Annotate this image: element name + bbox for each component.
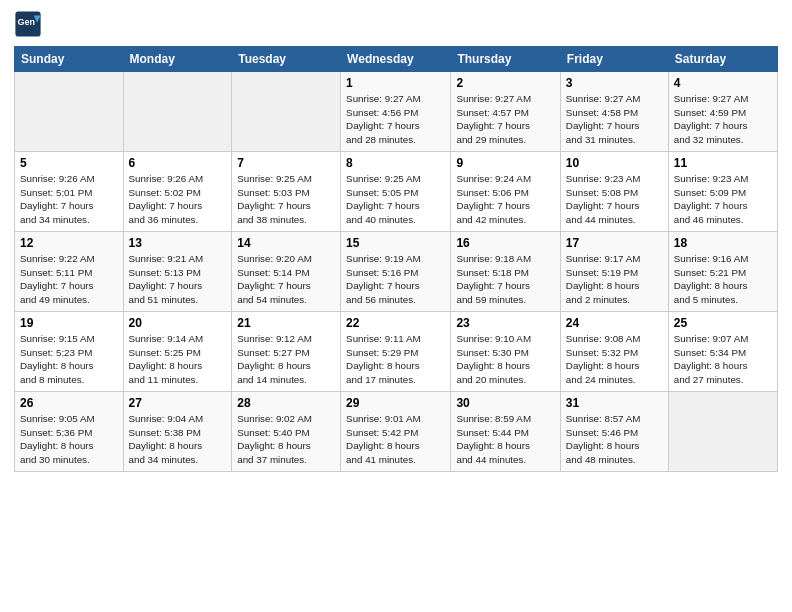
day-number: 2 — [456, 76, 554, 90]
day-info: Sunrise: 9:18 AM Sunset: 5:18 PM Dayligh… — [456, 252, 554, 307]
calendar-day-9: 9Sunrise: 9:24 AM Sunset: 5:06 PM Daylig… — [451, 152, 560, 232]
calendar-table: SundayMondayTuesdayWednesdayThursdayFrid… — [14, 46, 778, 472]
day-number: 30 — [456, 396, 554, 410]
calendar-day-25: 25Sunrise: 9:07 AM Sunset: 5:34 PM Dayli… — [668, 312, 777, 392]
day-info: Sunrise: 9:12 AM Sunset: 5:27 PM Dayligh… — [237, 332, 335, 387]
day-number: 11 — [674, 156, 772, 170]
day-info: Sunrise: 9:01 AM Sunset: 5:42 PM Dayligh… — [346, 412, 445, 467]
day-number: 21 — [237, 316, 335, 330]
calendar-day-24: 24Sunrise: 9:08 AM Sunset: 5:32 PM Dayli… — [560, 312, 668, 392]
day-info: Sunrise: 9:25 AM Sunset: 5:05 PM Dayligh… — [346, 172, 445, 227]
day-info: Sunrise: 9:26 AM Sunset: 5:02 PM Dayligh… — [129, 172, 227, 227]
day-info: Sunrise: 9:08 AM Sunset: 5:32 PM Dayligh… — [566, 332, 663, 387]
day-info: Sunrise: 9:10 AM Sunset: 5:30 PM Dayligh… — [456, 332, 554, 387]
calendar-day-23: 23Sunrise: 9:10 AM Sunset: 5:30 PM Dayli… — [451, 312, 560, 392]
calendar-day-12: 12Sunrise: 9:22 AM Sunset: 5:11 PM Dayli… — [15, 232, 124, 312]
calendar-day-31: 31Sunrise: 8:57 AM Sunset: 5:46 PM Dayli… — [560, 392, 668, 472]
calendar-day-7: 7Sunrise: 9:25 AM Sunset: 5:03 PM Daylig… — [232, 152, 341, 232]
day-info: Sunrise: 9:07 AM Sunset: 5:34 PM Dayligh… — [674, 332, 772, 387]
calendar-day-13: 13Sunrise: 9:21 AM Sunset: 5:13 PM Dayli… — [123, 232, 232, 312]
day-number: 9 — [456, 156, 554, 170]
day-number: 25 — [674, 316, 772, 330]
calendar-day-14: 14Sunrise: 9:20 AM Sunset: 5:14 PM Dayli… — [232, 232, 341, 312]
day-info: Sunrise: 9:23 AM Sunset: 5:08 PM Dayligh… — [566, 172, 663, 227]
calendar-day-1: 1Sunrise: 9:27 AM Sunset: 4:56 PM Daylig… — [341, 72, 451, 152]
day-info: Sunrise: 9:19 AM Sunset: 5:16 PM Dayligh… — [346, 252, 445, 307]
day-info: Sunrise: 9:21 AM Sunset: 5:13 PM Dayligh… — [129, 252, 227, 307]
day-number: 17 — [566, 236, 663, 250]
day-number: 31 — [566, 396, 663, 410]
header: Gen — [14, 10, 778, 38]
calendar-week-row: 26Sunrise: 9:05 AM Sunset: 5:36 PM Dayli… — [15, 392, 778, 472]
calendar-day-27: 27Sunrise: 9:04 AM Sunset: 5:38 PM Dayli… — [123, 392, 232, 472]
calendar-header-saturday: Saturday — [668, 47, 777, 72]
calendar-day-26: 26Sunrise: 9:05 AM Sunset: 5:36 PM Dayli… — [15, 392, 124, 472]
day-number: 6 — [129, 156, 227, 170]
day-number: 14 — [237, 236, 335, 250]
day-number: 12 — [20, 236, 118, 250]
calendar-header-row: SundayMondayTuesdayWednesdayThursdayFrid… — [15, 47, 778, 72]
day-info: Sunrise: 9:27 AM Sunset: 4:58 PM Dayligh… — [566, 92, 663, 147]
day-number: 13 — [129, 236, 227, 250]
calendar-day-30: 30Sunrise: 8:59 AM Sunset: 5:44 PM Dayli… — [451, 392, 560, 472]
calendar-day-20: 20Sunrise: 9:14 AM Sunset: 5:25 PM Dayli… — [123, 312, 232, 392]
calendar-header-wednesday: Wednesday — [341, 47, 451, 72]
calendar-day-4: 4Sunrise: 9:27 AM Sunset: 4:59 PM Daylig… — [668, 72, 777, 152]
day-number: 22 — [346, 316, 445, 330]
day-info: Sunrise: 9:23 AM Sunset: 5:09 PM Dayligh… — [674, 172, 772, 227]
calendar-header-monday: Monday — [123, 47, 232, 72]
calendar-header-sunday: Sunday — [15, 47, 124, 72]
calendar-day-21: 21Sunrise: 9:12 AM Sunset: 5:27 PM Dayli… — [232, 312, 341, 392]
day-info: Sunrise: 9:14 AM Sunset: 5:25 PM Dayligh… — [129, 332, 227, 387]
day-number: 15 — [346, 236, 445, 250]
day-info: Sunrise: 9:27 AM Sunset: 4:57 PM Dayligh… — [456, 92, 554, 147]
day-number: 19 — [20, 316, 118, 330]
calendar-day-10: 10Sunrise: 9:23 AM Sunset: 5:08 PM Dayli… — [560, 152, 668, 232]
calendar-day-17: 17Sunrise: 9:17 AM Sunset: 5:19 PM Dayli… — [560, 232, 668, 312]
day-info: Sunrise: 9:17 AM Sunset: 5:19 PM Dayligh… — [566, 252, 663, 307]
calendar-day-19: 19Sunrise: 9:15 AM Sunset: 5:23 PM Dayli… — [15, 312, 124, 392]
day-number: 28 — [237, 396, 335, 410]
day-number: 26 — [20, 396, 118, 410]
day-number: 4 — [674, 76, 772, 90]
day-number: 23 — [456, 316, 554, 330]
calendar-week-row: 12Sunrise: 9:22 AM Sunset: 5:11 PM Dayli… — [15, 232, 778, 312]
calendar-day-6: 6Sunrise: 9:26 AM Sunset: 5:02 PM Daylig… — [123, 152, 232, 232]
day-number: 18 — [674, 236, 772, 250]
day-number: 5 — [20, 156, 118, 170]
svg-text:Gen: Gen — [18, 17, 36, 27]
calendar-day-empty — [123, 72, 232, 152]
day-info: Sunrise: 8:59 AM Sunset: 5:44 PM Dayligh… — [456, 412, 554, 467]
logo: Gen — [14, 10, 46, 38]
calendar-header-friday: Friday — [560, 47, 668, 72]
day-info: Sunrise: 9:04 AM Sunset: 5:38 PM Dayligh… — [129, 412, 227, 467]
calendar-day-18: 18Sunrise: 9:16 AM Sunset: 5:21 PM Dayli… — [668, 232, 777, 312]
day-number: 16 — [456, 236, 554, 250]
calendar-week-row: 1Sunrise: 9:27 AM Sunset: 4:56 PM Daylig… — [15, 72, 778, 152]
day-number: 10 — [566, 156, 663, 170]
day-info: Sunrise: 8:57 AM Sunset: 5:46 PM Dayligh… — [566, 412, 663, 467]
day-info: Sunrise: 9:11 AM Sunset: 5:29 PM Dayligh… — [346, 332, 445, 387]
day-info: Sunrise: 9:27 AM Sunset: 4:56 PM Dayligh… — [346, 92, 445, 147]
day-info: Sunrise: 9:25 AM Sunset: 5:03 PM Dayligh… — [237, 172, 335, 227]
calendar-day-11: 11Sunrise: 9:23 AM Sunset: 5:09 PM Dayli… — [668, 152, 777, 232]
day-info: Sunrise: 9:26 AM Sunset: 5:01 PM Dayligh… — [20, 172, 118, 227]
calendar-day-2: 2Sunrise: 9:27 AM Sunset: 4:57 PM Daylig… — [451, 72, 560, 152]
calendar-day-15: 15Sunrise: 9:19 AM Sunset: 5:16 PM Dayli… — [341, 232, 451, 312]
calendar-day-empty — [668, 392, 777, 472]
day-number: 20 — [129, 316, 227, 330]
page: Gen SundayMondayTuesdayWednesdayThursday… — [0, 0, 792, 612]
calendar-day-28: 28Sunrise: 9:02 AM Sunset: 5:40 PM Dayli… — [232, 392, 341, 472]
day-info: Sunrise: 9:05 AM Sunset: 5:36 PM Dayligh… — [20, 412, 118, 467]
day-info: Sunrise: 9:27 AM Sunset: 4:59 PM Dayligh… — [674, 92, 772, 147]
calendar-day-22: 22Sunrise: 9:11 AM Sunset: 5:29 PM Dayli… — [341, 312, 451, 392]
calendar-day-8: 8Sunrise: 9:25 AM Sunset: 5:05 PM Daylig… — [341, 152, 451, 232]
day-number: 8 — [346, 156, 445, 170]
calendar-header-tuesday: Tuesday — [232, 47, 341, 72]
day-info: Sunrise: 9:24 AM Sunset: 5:06 PM Dayligh… — [456, 172, 554, 227]
day-info: Sunrise: 9:20 AM Sunset: 5:14 PM Dayligh… — [237, 252, 335, 307]
day-info: Sunrise: 9:02 AM Sunset: 5:40 PM Dayligh… — [237, 412, 335, 467]
day-number: 29 — [346, 396, 445, 410]
day-number: 27 — [129, 396, 227, 410]
calendar-day-16: 16Sunrise: 9:18 AM Sunset: 5:18 PM Dayli… — [451, 232, 560, 312]
